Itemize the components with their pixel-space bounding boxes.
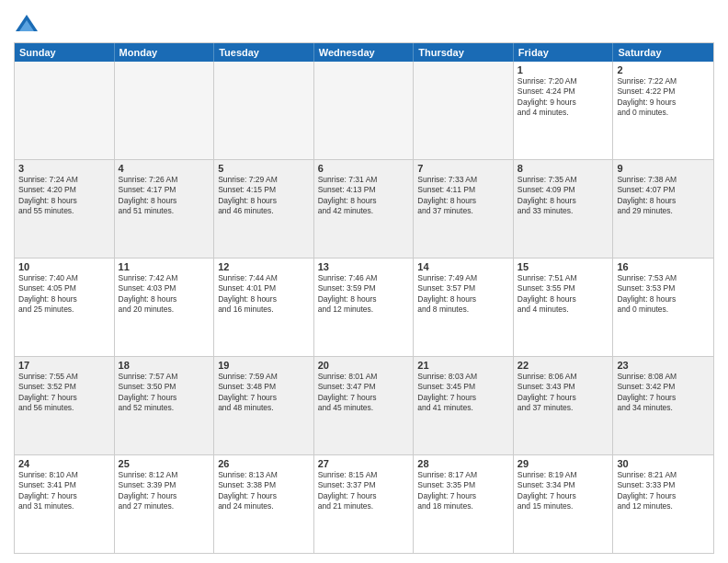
empty-cell [15,62,115,159]
day-info-11: Sunrise: 7:42 AM Sunset: 4:03 PM Dayligh… [119,273,210,316]
day-number-19: 19 [218,360,310,371]
empty-cell [414,62,514,159]
day-cell-22: 22Sunrise: 8:06 AM Sunset: 3:43 PM Dayli… [514,357,614,454]
logo [14,13,43,39]
day-number-29: 29 [518,458,609,469]
day-cell-11: 11Sunrise: 7:42 AM Sunset: 4:03 PM Dayli… [115,259,215,356]
day-info-1: Sunrise: 7:20 AM Sunset: 4:24 PM Dayligh… [518,76,609,119]
day-cell-25: 25Sunrise: 8:12 AM Sunset: 3:39 PM Dayli… [115,455,215,553]
day-number-22: 22 [518,360,609,371]
day-number-10: 10 [18,261,110,272]
day-number-8: 8 [518,163,609,174]
day-number-26: 26 [218,458,310,469]
day-cell-30: 30Sunrise: 8:21 AM Sunset: 3:33 PM Dayli… [613,455,713,553]
calendar-row-3: 17Sunrise: 7:55 AM Sunset: 3:52 PM Dayli… [15,356,713,454]
day-number-4: 4 [119,163,210,174]
day-number-25: 25 [119,458,210,469]
header-cell-friday: Friday [514,43,614,62]
day-info-8: Sunrise: 7:35 AM Sunset: 4:09 PM Dayligh… [518,175,609,217]
day-info-15: Sunrise: 7:51 AM Sunset: 3:55 PM Dayligh… [518,273,609,316]
day-info-24: Sunrise: 8:10 AM Sunset: 3:41 PM Dayligh… [18,470,110,512]
calendar-header: SundayMondayTuesdayWednesdayThursdayFrid… [15,43,713,62]
day-cell-5: 5Sunrise: 7:29 AM Sunset: 4:15 PM Daylig… [214,160,314,258]
day-info-22: Sunrise: 8:06 AM Sunset: 3:43 PM Dayligh… [518,372,609,414]
logo-icon [14,13,40,39]
calendar-row-4: 24Sunrise: 8:10 AM Sunset: 3:41 PM Dayli… [15,454,713,553]
day-info-17: Sunrise: 7:55 AM Sunset: 3:52 PM Dayligh… [18,372,110,414]
day-number-1: 1 [518,64,609,75]
day-number-23: 23 [617,360,710,371]
day-cell-23: 23Sunrise: 8:08 AM Sunset: 3:42 PM Dayli… [613,357,713,454]
day-cell-29: 29Sunrise: 8:19 AM Sunset: 3:34 PM Dayli… [514,455,614,553]
day-number-20: 20 [318,360,410,371]
calendar: SundayMondayTuesdayWednesdayThursdayFrid… [14,42,714,554]
header-cell-sunday: Sunday [15,43,115,62]
day-cell-2: 2Sunrise: 7:22 AM Sunset: 4:22 PM Daylig… [613,62,713,159]
day-info-4: Sunrise: 7:26 AM Sunset: 4:17 PM Dayligh… [119,175,210,217]
day-number-15: 15 [518,261,609,272]
day-info-28: Sunrise: 8:17 AM Sunset: 3:35 PM Dayligh… [417,470,509,512]
day-info-21: Sunrise: 8:03 AM Sunset: 3:45 PM Dayligh… [417,372,509,414]
day-info-14: Sunrise: 7:49 AM Sunset: 3:57 PM Dayligh… [417,273,509,316]
day-cell-1: 1Sunrise: 7:20 AM Sunset: 4:24 PM Daylig… [514,62,614,159]
page: SundayMondayTuesdayWednesdayThursdayFrid… [0,0,728,563]
day-number-17: 17 [18,360,110,371]
empty-cell [115,62,215,159]
day-number-14: 14 [417,261,509,272]
day-info-2: Sunrise: 7:22 AM Sunset: 4:22 PM Dayligh… [617,76,710,119]
day-info-7: Sunrise: 7:33 AM Sunset: 4:11 PM Dayligh… [417,175,509,217]
day-info-13: Sunrise: 7:46 AM Sunset: 3:59 PM Dayligh… [318,273,410,316]
day-info-27: Sunrise: 8:15 AM Sunset: 3:37 PM Dayligh… [318,470,410,512]
day-number-18: 18 [119,360,210,371]
day-info-26: Sunrise: 8:13 AM Sunset: 3:38 PM Dayligh… [218,470,310,512]
day-cell-16: 16Sunrise: 7:53 AM Sunset: 3:53 PM Dayli… [613,259,713,356]
day-cell-20: 20Sunrise: 8:01 AM Sunset: 3:47 PM Dayli… [314,357,415,454]
day-info-29: Sunrise: 8:19 AM Sunset: 3:34 PM Dayligh… [518,470,609,512]
day-info-25: Sunrise: 8:12 AM Sunset: 3:39 PM Dayligh… [119,470,210,512]
day-number-11: 11 [119,261,210,272]
day-cell-17: 17Sunrise: 7:55 AM Sunset: 3:52 PM Dayli… [15,357,115,454]
day-cell-14: 14Sunrise: 7:49 AM Sunset: 3:57 PM Dayli… [414,259,514,356]
calendar-body: 1Sunrise: 7:20 AM Sunset: 4:24 PM Daylig… [15,62,713,553]
day-cell-12: 12Sunrise: 7:44 AM Sunset: 4:01 PM Dayli… [214,259,314,356]
day-number-6: 6 [318,163,410,174]
day-info-3: Sunrise: 7:24 AM Sunset: 4:20 PM Dayligh… [18,175,110,217]
day-cell-8: 8Sunrise: 7:35 AM Sunset: 4:09 PM Daylig… [514,160,614,258]
day-cell-13: 13Sunrise: 7:46 AM Sunset: 3:59 PM Dayli… [314,259,415,356]
day-info-23: Sunrise: 8:08 AM Sunset: 3:42 PM Dayligh… [617,372,710,414]
day-info-20: Sunrise: 8:01 AM Sunset: 3:47 PM Dayligh… [318,372,410,414]
empty-cell [314,62,415,159]
day-number-7: 7 [417,163,509,174]
day-cell-26: 26Sunrise: 8:13 AM Sunset: 3:38 PM Dayli… [214,455,314,553]
day-info-6: Sunrise: 7:31 AM Sunset: 4:13 PM Dayligh… [318,175,410,217]
day-cell-10: 10Sunrise: 7:40 AM Sunset: 4:05 PM Dayli… [15,259,115,356]
header-cell-tuesday: Tuesday [214,43,314,62]
empty-cell [214,62,314,159]
day-cell-28: 28Sunrise: 8:17 AM Sunset: 3:35 PM Dayli… [414,455,514,553]
day-info-16: Sunrise: 7:53 AM Sunset: 3:53 PM Dayligh… [617,273,710,316]
day-info-10: Sunrise: 7:40 AM Sunset: 4:05 PM Dayligh… [18,273,110,316]
day-number-27: 27 [318,458,410,469]
day-info-5: Sunrise: 7:29 AM Sunset: 4:15 PM Dayligh… [218,175,310,217]
day-number-24: 24 [18,458,110,469]
calendar-row-1: 3Sunrise: 7:24 AM Sunset: 4:20 PM Daylig… [15,159,713,258]
header-cell-monday: Monday [115,43,215,62]
day-number-16: 16 [617,261,710,272]
calendar-row-0: 1Sunrise: 7:20 AM Sunset: 4:24 PM Daylig… [15,62,713,159]
day-cell-18: 18Sunrise: 7:57 AM Sunset: 3:50 PM Dayli… [115,357,215,454]
day-cell-9: 9Sunrise: 7:38 AM Sunset: 4:07 PM Daylig… [613,160,713,258]
day-cell-4: 4Sunrise: 7:26 AM Sunset: 4:17 PM Daylig… [115,160,215,258]
day-info-9: Sunrise: 7:38 AM Sunset: 4:07 PM Dayligh… [617,175,710,217]
day-number-3: 3 [18,163,110,174]
day-cell-15: 15Sunrise: 7:51 AM Sunset: 3:55 PM Dayli… [514,259,614,356]
day-cell-21: 21Sunrise: 8:03 AM Sunset: 3:45 PM Dayli… [414,357,514,454]
header-cell-wednesday: Wednesday [314,43,415,62]
day-number-28: 28 [417,458,509,469]
day-cell-27: 27Sunrise: 8:15 AM Sunset: 3:37 PM Dayli… [314,455,415,553]
day-cell-6: 6Sunrise: 7:31 AM Sunset: 4:13 PM Daylig… [314,160,415,258]
day-number-5: 5 [218,163,310,174]
header-cell-thursday: Thursday [414,43,514,62]
day-info-30: Sunrise: 8:21 AM Sunset: 3:33 PM Dayligh… [617,470,710,512]
calendar-row-2: 10Sunrise: 7:40 AM Sunset: 4:05 PM Dayli… [15,258,713,356]
day-number-21: 21 [417,360,509,371]
